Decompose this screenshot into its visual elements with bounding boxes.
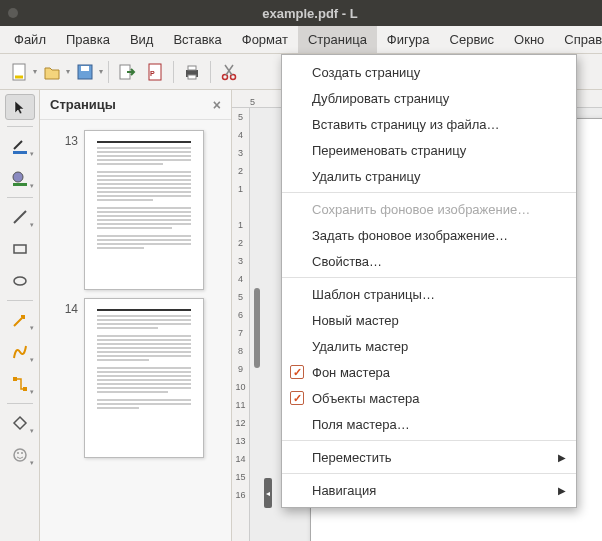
window-control-dot[interactable] bbox=[8, 8, 18, 18]
toolbar-separator bbox=[173, 61, 174, 83]
page-thumb-row[interactable]: 14 bbox=[40, 294, 231, 462]
toolbar-separator bbox=[108, 61, 109, 83]
save-button[interactable]: ▾ bbox=[72, 59, 103, 85]
curve-tool[interactable]: ▾ bbox=[5, 339, 35, 365]
pages-thumbnails: 13 14 bbox=[40, 120, 231, 541]
submenu-arrow-icon: ▶ bbox=[558, 452, 566, 463]
arrow-line-tool[interactable]: ▾ bbox=[5, 307, 35, 333]
menu-properties[interactable]: Свойства… bbox=[282, 248, 576, 274]
menu-page-template[interactable]: Шаблон страницы… bbox=[282, 281, 576, 307]
left-toolbox: ▾ ▾ ▾ ▾ ▾ ▾ ▾ ▾ bbox=[0, 90, 40, 541]
menu-delete-master[interactable]: Удалить мастер bbox=[282, 333, 576, 359]
open-button[interactable]: ▾ bbox=[39, 59, 70, 85]
tool-separator bbox=[7, 197, 33, 198]
menu-save-background: Сохранить фоновое изображение… bbox=[282, 196, 576, 222]
tool-separator bbox=[7, 300, 33, 301]
svg-point-12 bbox=[13, 172, 23, 182]
window-title: example.pdf - L bbox=[26, 6, 594, 21]
ellipse-tool[interactable] bbox=[5, 268, 35, 294]
checkbox-icon: ✓ bbox=[290, 365, 304, 379]
menu-view[interactable]: Вид bbox=[120, 26, 164, 53]
svg-point-18 bbox=[14, 449, 26, 461]
line-color-tool[interactable]: ▾ bbox=[5, 133, 35, 159]
menu-master-fields[interactable]: Поля мастера… bbox=[282, 411, 576, 437]
line-tool[interactable]: ▾ bbox=[5, 204, 35, 230]
svg-rect-16 bbox=[13, 377, 17, 381]
titlebar: example.pdf - L bbox=[0, 0, 602, 26]
menu-help[interactable]: Справка bbox=[554, 26, 602, 53]
menu-separator bbox=[282, 440, 576, 441]
toolbar-separator bbox=[210, 61, 211, 83]
rectangle-tool[interactable] bbox=[5, 236, 35, 262]
svg-rect-2 bbox=[81, 66, 89, 71]
export-button[interactable] bbox=[114, 59, 140, 85]
menubar: Файл Правка Вид Вставка Формат Страница … bbox=[0, 26, 602, 54]
page-number: 14 bbox=[48, 298, 78, 316]
page-thumbnail[interactable] bbox=[84, 298, 204, 458]
submenu-arrow-icon: ▶ bbox=[558, 485, 566, 496]
vertical-ruler: 5432112345678910111213141516 bbox=[232, 108, 250, 541]
svg-point-10 bbox=[231, 74, 236, 79]
svg-rect-11 bbox=[13, 151, 27, 154]
fill-color-tool[interactable]: ▾ bbox=[5, 165, 35, 191]
svg-rect-14 bbox=[14, 245, 26, 253]
menu-window[interactable]: Окно bbox=[504, 26, 554, 53]
menu-shape[interactable]: Фигура bbox=[377, 26, 440, 53]
svg-point-9 bbox=[223, 74, 228, 79]
menu-new-master[interactable]: Новый мастер bbox=[282, 307, 576, 333]
export-pdf-button[interactable]: P bbox=[142, 59, 168, 85]
menu-master-background[interactable]: ✓Фон мастера bbox=[282, 359, 576, 385]
menu-navigation[interactable]: Навигация▶ bbox=[282, 477, 576, 503]
menu-set-background[interactable]: Задать фоновое изображение… bbox=[282, 222, 576, 248]
basic-shapes-tool[interactable]: ▾ bbox=[5, 410, 35, 436]
svg-point-15 bbox=[14, 277, 26, 285]
menu-move[interactable]: Переместить▶ bbox=[282, 444, 576, 470]
page-menu-dropdown: Создать страницу Дублировать страницу Вс… bbox=[281, 54, 577, 508]
scrollbar-thumb[interactable] bbox=[254, 288, 260, 368]
menu-separator bbox=[282, 192, 576, 193]
svg-rect-17 bbox=[23, 387, 27, 391]
tool-separator bbox=[7, 403, 33, 404]
page-number: 13 bbox=[48, 130, 78, 148]
connector-tool[interactable]: ▾ bbox=[5, 371, 35, 397]
menu-page[interactable]: Страница bbox=[298, 26, 377, 53]
menu-delete-page[interactable]: Удалить страницу bbox=[282, 163, 576, 189]
cursor-tool[interactable] bbox=[5, 94, 35, 120]
page-thumbnail[interactable] bbox=[84, 130, 204, 290]
svg-rect-8 bbox=[188, 75, 196, 79]
menu-file[interactable]: Файл bbox=[4, 26, 56, 53]
menu-rename-page[interactable]: Переименовать страницу bbox=[282, 137, 576, 163]
smiley-tool[interactable]: ▾ bbox=[5, 442, 35, 468]
svg-rect-7 bbox=[188, 66, 196, 70]
menu-duplicate-page[interactable]: Дублировать страницу bbox=[282, 85, 576, 111]
svg-point-20 bbox=[21, 452, 23, 454]
svg-rect-13 bbox=[13, 183, 27, 186]
print-button[interactable] bbox=[179, 59, 205, 85]
pages-panel-header: Страницы × bbox=[40, 90, 231, 120]
menu-insert[interactable]: Вставка bbox=[163, 26, 231, 53]
new-doc-button[interactable]: ▾ bbox=[6, 59, 37, 85]
tool-separator bbox=[7, 126, 33, 127]
panel-collapse-handle[interactable]: ◂ bbox=[264, 478, 272, 508]
svg-point-19 bbox=[17, 452, 19, 454]
menu-master-objects[interactable]: ✓Объекты мастера bbox=[282, 385, 576, 411]
menu-separator bbox=[282, 473, 576, 474]
page-thumb-row[interactable]: 13 bbox=[40, 126, 231, 294]
pages-panel-title: Страницы bbox=[50, 97, 116, 112]
pages-panel: Страницы × 13 14 bbox=[40, 90, 232, 541]
menu-format[interactable]: Формат bbox=[232, 26, 298, 53]
menu-separator bbox=[282, 277, 576, 278]
menu-new-page[interactable]: Создать страницу bbox=[282, 59, 576, 85]
menu-insert-page-from-file[interactable]: Вставить страницу из файла… bbox=[282, 111, 576, 137]
menu-edit[interactable]: Правка bbox=[56, 26, 120, 53]
svg-text:P: P bbox=[150, 70, 155, 77]
close-panel-icon[interactable]: × bbox=[213, 97, 221, 113]
menu-tools[interactable]: Сервис bbox=[440, 26, 505, 53]
cut-button[interactable] bbox=[216, 59, 242, 85]
checkbox-icon: ✓ bbox=[290, 391, 304, 405]
